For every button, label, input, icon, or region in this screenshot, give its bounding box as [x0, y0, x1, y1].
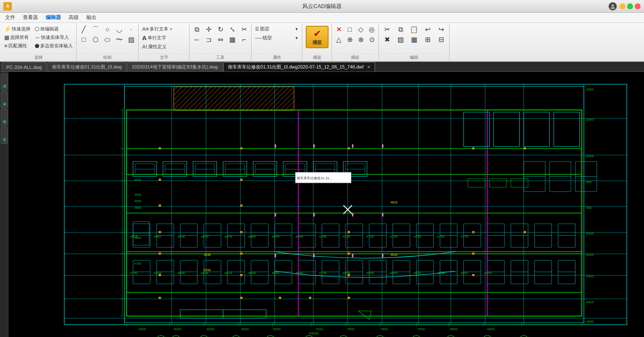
scale-tool-button[interactable]: ⤡ — [227, 25, 238, 34]
svg-text:4648: 4648 — [177, 235, 185, 238]
quick-select-button[interactable]: ⚡ 快速选择 — [3, 25, 32, 33]
left-btn-1[interactable]: 调 — [1, 74, 8, 90]
capture-plus-button[interactable]: ⊕ — [345, 35, 355, 44]
arc-button[interactable]: ◡ — [114, 25, 125, 34]
tab-3[interactable]: 20200314地下室报审(确定B3集水坑).dwg — [127, 62, 222, 71]
maximize-button[interactable] — [627, 3, 633, 9]
dot-icon: · — [130, 26, 132, 33]
cut-button[interactable]: ✂ — [381, 25, 393, 34]
svg-rect-282 — [472, 231, 474, 233]
copy-icon: ⧉ — [195, 26, 199, 33]
rotate-icon: ↻ — [218, 26, 223, 33]
svg-point-209 — [172, 335, 180, 337]
main-content: 调 刷 图 形 — [0, 72, 644, 337]
svg-rect-277 — [348, 147, 350, 149]
edit-group-body: ✂ ⧉ 📋 ↩ ↪ ✖ ▨ ▦ ⊞ ⊟ — [381, 25, 447, 53]
svg-text:6000: 6000 — [586, 253, 594, 257]
capture-cross-button[interactable]: ⊗ — [356, 35, 366, 44]
rotate-tool-button[interactable]: ↻ — [215, 25, 226, 34]
copy-tool-button[interactable]: ⧉ — [191, 25, 202, 34]
left-btn-3[interactable]: 图 — [1, 109, 8, 126]
linetype-button[interactable]: ─ ─ 线型 ▼ — [253, 34, 300, 42]
capture-main-button[interactable]: ✔ 捕捉 — [306, 26, 329, 48]
fillet-icon: ⌐ — [242, 36, 246, 43]
e3-button[interactable]: ⊞ — [421, 35, 434, 44]
menu-item-advanced[interactable]: 高级 — [65, 13, 82, 22]
block-edit-button[interactable]: ⬡ 块编辑器 — [33, 25, 74, 33]
close-tab-button[interactable]: ✕ — [367, 65, 370, 69]
left-btn-2[interactable]: 刷 — [1, 91, 8, 108]
minimize-button[interactable] — [619, 3, 625, 9]
attr-def-button[interactable]: A! 属性定义 — [140, 43, 175, 51]
circle-button[interactable]: ○ — [102, 25, 113, 34]
del-button[interactable]: ✖ — [381, 35, 393, 44]
stext-button[interactable]: A 单行文字 — [140, 33, 175, 42]
tab-1[interactable]: PC-33#-ALL.dwg — [2, 62, 47, 71]
cad-canvas[interactable]: 4618 4620 4648 4648 4678 4688 4678 4688 … — [8, 72, 644, 337]
menu-item-viewer[interactable]: 查看器 — [19, 13, 41, 22]
poly-input-button[interactable]: ⬟ 多边形实体输入 — [33, 42, 74, 50]
dot-button[interactable]: · — [126, 25, 137, 34]
fillet-tool-button[interactable]: ⌐ — [238, 35, 249, 44]
capture-dot-button[interactable]: ⊙ — [367, 35, 377, 44]
quick-mirror-icon: ↔ — [35, 34, 40, 41]
capture-dot-icon: ⊙ — [369, 36, 375, 43]
move-tool-button[interactable]: ✛ — [203, 25, 214, 34]
tab-2[interactable]: 南车库车位修改01.31出图_t3.dwg — [47, 62, 126, 71]
line-button[interactable]: ╱ — [78, 25, 89, 34]
spline-button[interactable]: 〜 — [114, 35, 125, 44]
layers-button[interactable]: ☰ 图层 ▼ — [253, 25, 300, 33]
e4-button[interactable]: ⊟ — [435, 35, 447, 44]
svg-text:4878: 4878 — [225, 271, 233, 275]
quick-mirror-button[interactable]: ↔ 快速实体导入 — [33, 33, 74, 41]
mirror-icon: ⇔ — [218, 36, 223, 43]
redo-button[interactable]: ↪ — [435, 25, 447, 34]
extend-tool-button[interactable]: ↔ — [191, 35, 202, 44]
offset-tool-button[interactable]: ⊐ — [203, 35, 214, 44]
svg-rect-276 — [240, 297, 242, 299]
menu-item-editor[interactable]: 编辑器 — [42, 13, 64, 22]
array-tool-button[interactable]: ▦ — [227, 35, 238, 44]
e1-button[interactable]: ▨ — [394, 35, 407, 44]
capture-circle-button[interactable]: ◎ — [367, 25, 377, 34]
svg-text:4300: 4300 — [484, 271, 492, 275]
close-button[interactable] — [635, 3, 641, 9]
ellipse-icon: ⬭ — [104, 36, 110, 43]
polyline-button[interactable]: ⌒ — [90, 25, 101, 34]
capture-tri-button[interactable]: △ — [334, 35, 344, 44]
stext-icon: A — [142, 34, 147, 41]
svg-rect-283 — [472, 252, 474, 255]
left-btn-4[interactable]: 形 — [1, 127, 8, 144]
svg-text:4788: 4788 — [319, 235, 327, 238]
trim-tool-button[interactable]: ✂ — [238, 25, 249, 34]
polygon-button[interactable]: ⬡ — [90, 35, 101, 44]
ellipse-button[interactable]: ⬭ — [102, 35, 113, 44]
trim-icon: ✂ — [241, 26, 247, 33]
select-all-button[interactable]: ▦ 选择所有 — [3, 33, 32, 41]
capture-sub-label: 捕捉 — [334, 54, 377, 61]
svg-text:4618: 4618 — [391, 201, 397, 204]
tab-4[interactable]: 南车库车位修改01.31出图_t3.dwg2020-07-15_12_06_15… — [223, 62, 375, 71]
select-group-body: ⚡ 快速选择 ▦ 选择所有 ≡ 匹配属性 ⬡ 块编辑器 ↔ — [3, 25, 74, 53]
mtext-button[interactable]: A≡ 多行文本 ▼ — [140, 25, 175, 33]
svg-text:4770: 4770 — [460, 235, 469, 238]
tab-bar: PC-33#-ALL.dwg 南车库车位修改01.31出图_t3.dwg 202… — [0, 62, 644, 72]
capture-diamond-icon: ◇ — [358, 26, 363, 33]
capture-plus-icon: ⊕ — [347, 36, 353, 43]
undo-button[interactable]: ↩ — [421, 25, 434, 34]
mirror-tool-button[interactable]: ⇔ — [215, 35, 226, 44]
menu-item-output[interactable]: 输出 — [83, 13, 100, 22]
copy-button[interactable]: ⧉ — [394, 25, 407, 34]
paste-button[interactable]: 📋 — [408, 25, 420, 34]
rect-button[interactable]: □ — [78, 35, 89, 44]
array-icon: ▦ — [229, 36, 236, 43]
e2-button[interactable]: ▦ — [408, 35, 420, 44]
capture-sq-button[interactable]: □ — [345, 25, 355, 34]
redo-icon: ↪ — [438, 26, 444, 33]
menu-item-file[interactable]: 文件 — [2, 13, 19, 22]
match-props-button[interactable]: ≡ 匹配属性 — [3, 42, 32, 50]
user-icon — [608, 2, 617, 11]
capture-x-button[interactable]: ✕ — [334, 25, 344, 34]
capture-diamond-button[interactable]: ◇ — [356, 25, 366, 34]
hatch-button[interactable]: ▨ — [126, 35, 137, 44]
